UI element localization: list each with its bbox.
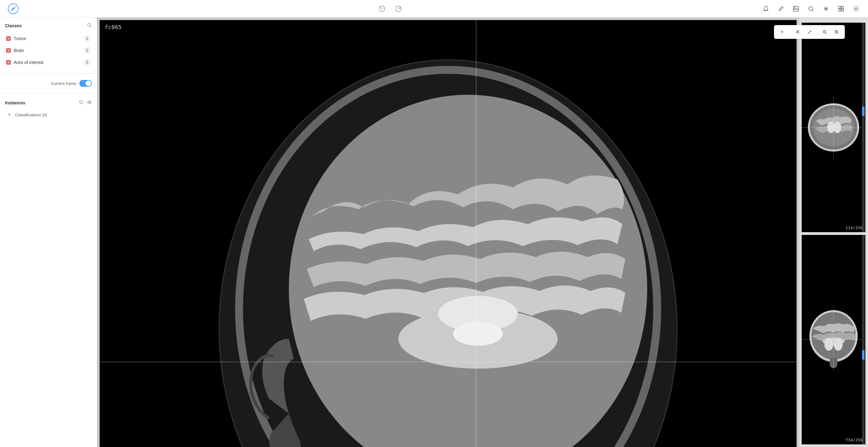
- zoom-cancel-button[interactable]: ✕: [793, 28, 802, 36]
- svg-point-20: [87, 101, 91, 103]
- zoom-toolbar: + ✕ ⤢: [774, 25, 845, 39]
- instances-icons: [79, 100, 92, 106]
- instances-search-icon[interactable]: [79, 100, 84, 106]
- image-icon[interactable]: [792, 4, 800, 13]
- zoom-expand-button[interactable]: ⤢: [805, 28, 814, 36]
- svg-point-28: [453, 322, 503, 346]
- current-frame-row: Current frame: [0, 76, 97, 91]
- mini-viewport-coronal[interactable]: f34/256: [802, 235, 866, 445]
- class-color-brain: [6, 48, 11, 53]
- class-item-tumor[interactable]: Tumor 1: [5, 33, 92, 44]
- svg-rect-12: [841, 6, 843, 8]
- mini-slider-coronal[interactable]: [862, 235, 865, 444]
- history-forward-icon[interactable]: [394, 4, 403, 13]
- mini-frame-label-coronal: f34/256: [845, 438, 863, 442]
- classes-title: Classes: [5, 23, 22, 28]
- main-content: Classes Tumor 1: [0, 18, 868, 447]
- mini-mri-coronal: [802, 235, 865, 444]
- current-frame-toggle[interactable]: [79, 80, 92, 87]
- notification-icon[interactable]: [762, 4, 770, 13]
- pen-icon[interactable]: [776, 4, 785, 13]
- history-back-icon[interactable]: [378, 4, 386, 13]
- mini-slider-axial[interactable]: [862, 23, 865, 232]
- instances-header: Instances: [5, 100, 92, 106]
- current-frame-label: Current frame: [51, 81, 76, 86]
- zoom-out-button[interactable]: [820, 28, 829, 36]
- class-label-area-of-interest: Area of interest: [14, 60, 81, 65]
- svg-point-1: [12, 8, 14, 10]
- class-item-brain[interactable]: Brain 2: [5, 44, 92, 56]
- zoom-in-button[interactable]: [832, 28, 841, 36]
- mini-viewport-axial[interactable]: 114/256: [802, 23, 866, 232]
- svg-line-42: [838, 33, 839, 34]
- layout-icon[interactable]: [837, 4, 845, 13]
- svg-line-19: [82, 103, 83, 104]
- mini-slider-thumb-axial: [862, 107, 865, 116]
- svg-point-57: [834, 338, 843, 351]
- main-viewport[interactable]: fc065 Ser: 1.2.840.113619.2.283.6945.314…: [100, 20, 797, 447]
- add-classification[interactable]: + Classifications (0): [5, 110, 92, 120]
- crosshair-horizontal: [100, 362, 797, 362]
- zoom-divider-2: [817, 29, 817, 35]
- divider-1: [0, 73, 97, 74]
- classes-section: Classes Tumor 1: [0, 18, 97, 71]
- logo[interactable]: [7, 3, 19, 14]
- svg-rect-11: [839, 6, 841, 8]
- settings-icon[interactable]: [852, 4, 861, 13]
- svg-rect-4: [794, 6, 799, 11]
- viewport-area: fc065 Ser: 1.2.840.113619.2.283.6945.314…: [97, 18, 799, 447]
- classifications-label: Classifications (0): [15, 113, 47, 117]
- header-right: [762, 4, 861, 13]
- sidebar: Classes Tumor 1: [0, 18, 97, 447]
- asterisk-icon[interactable]: [822, 4, 830, 13]
- class-label-brain: Brain: [14, 48, 81, 53]
- crosshair-vertical: [476, 20, 476, 447]
- viewport-label: fc065: [105, 24, 122, 30]
- svg-rect-14: [841, 9, 843, 11]
- classes-search-icon[interactable]: [87, 23, 92, 29]
- class-color-area-of-interest: [6, 60, 11, 65]
- class-badge-tumor: 1: [84, 35, 91, 42]
- divider-2: [0, 93, 97, 93]
- class-color-tumor: [6, 36, 11, 41]
- svg-rect-13: [839, 9, 841, 11]
- search-icon[interactable]: [807, 4, 815, 13]
- instances-visibility-icon[interactable]: [87, 100, 92, 106]
- svg-point-16: [88, 24, 91, 26]
- svg-line-38: [826, 33, 827, 34]
- header-center: [378, 4, 403, 13]
- mini-slider-thumb-coronal: [862, 350, 865, 360]
- svg-point-21: [89, 101, 90, 103]
- classes-header: Classes: [5, 23, 92, 29]
- add-icon: +: [6, 112, 12, 118]
- instances-title: Instances: [5, 100, 25, 105]
- instances-section: Instances: [0, 96, 97, 123]
- svg-point-18: [80, 100, 83, 103]
- right-panel: + ✕ ⤢: [799, 18, 868, 447]
- svg-point-56: [825, 338, 833, 351]
- svg-line-17: [90, 26, 91, 27]
- mini-mri-axial: [802, 23, 865, 232]
- svg-line-7: [812, 10, 813, 11]
- zoom-add-button[interactable]: +: [778, 28, 786, 36]
- mini-frame-label-axial: 114/256: [845, 226, 863, 230]
- header: [0, 0, 868, 18]
- toggle-knob: [86, 81, 91, 86]
- class-badge-area-of-interest: 3: [84, 59, 91, 66]
- class-badge-brain: 2: [84, 47, 91, 54]
- main-mri-image: [100, 20, 797, 447]
- svg-point-15: [855, 8, 857, 10]
- class-label-tumor: Tumor: [14, 36, 81, 41]
- class-item-area-of-interest[interactable]: Area of interest 3: [5, 56, 92, 68]
- svg-point-6: [809, 7, 812, 10]
